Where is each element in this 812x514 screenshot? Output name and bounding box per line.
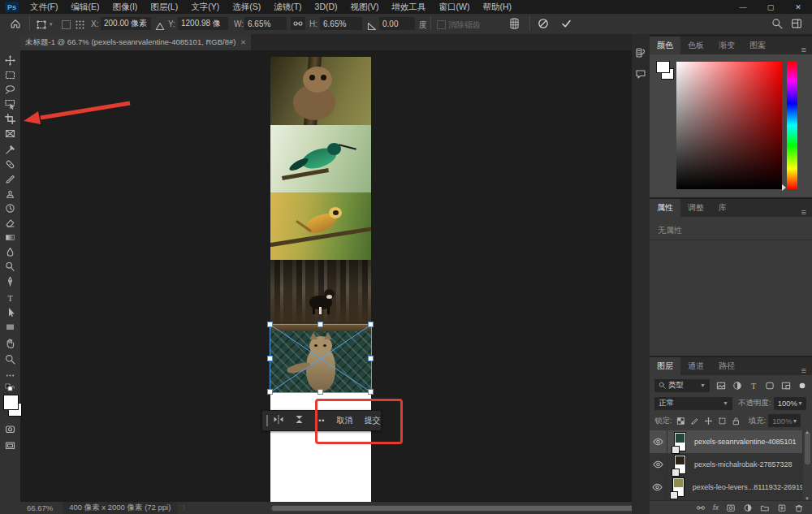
y-value-field[interactable]: 1200.98 像 bbox=[178, 17, 228, 30]
edit-toolbar-ellipsis-icon[interactable] bbox=[2, 369, 18, 382]
tab-swatches[interactable]: 色板 bbox=[680, 37, 711, 54]
document-tab[interactable]: 未标题-1 @ 66.7% (pexels-seanrvalentine-408… bbox=[20, 34, 251, 50]
filter-toggle-icon[interactable] bbox=[797, 381, 807, 391]
hue-slider-bar[interactable] bbox=[787, 62, 797, 189]
blur-tool-icon[interactable] bbox=[2, 245, 18, 259]
link-layers-icon[interactable] bbox=[696, 503, 706, 512]
commit-transform-icon[interactable] bbox=[560, 18, 572, 32]
horizontal-scrollbar-track[interactable] bbox=[270, 505, 686, 512]
move-tool-icon[interactable] bbox=[2, 54, 18, 67]
workspace-switcher-icon[interactable] bbox=[791, 18, 802, 32]
eraser-tool-icon[interactable] bbox=[2, 216, 18, 230]
transform-handle-top-right[interactable] bbox=[368, 322, 374, 327]
frame-tool-icon[interactable] bbox=[2, 127, 18, 140]
lock-position-icon[interactable] bbox=[704, 417, 713, 425]
lock-transparent-pixels-icon[interactable] bbox=[676, 417, 685, 425]
menu-view[interactable]: 视图(V) bbox=[344, 0, 386, 14]
menu-help[interactable]: 帮助(H) bbox=[477, 0, 519, 14]
lasso-tool-icon[interactable] bbox=[2, 83, 18, 97]
history-panel-icon[interactable] bbox=[633, 45, 648, 60]
zoom-tool-icon[interactable] bbox=[2, 352, 18, 366]
reference-point-grid-icon[interactable] bbox=[75, 19, 85, 33]
zoom-level[interactable]: 66.67% bbox=[27, 503, 53, 512]
layer-thumbnail[interactable] bbox=[674, 455, 686, 474]
new-group-icon[interactable] bbox=[760, 503, 770, 512]
status-expand-icon[interactable]: 〉 bbox=[182, 503, 188, 512]
dodge-tool-icon[interactable] bbox=[2, 260, 18, 274]
maintain-aspect-link-icon[interactable] bbox=[291, 17, 305, 30]
lock-artboard-icon[interactable] bbox=[718, 417, 727, 425]
brush-tool-icon[interactable] bbox=[2, 172, 18, 186]
gradient-tool-icon[interactable] bbox=[2, 231, 18, 244]
filter-shape-layers-icon[interactable] bbox=[765, 381, 775, 391]
canvas-document[interactable] bbox=[270, 57, 371, 502]
layer-visibility-toggle[interactable] bbox=[650, 476, 666, 499]
commit-transform-button[interactable]: 提交 bbox=[358, 415, 386, 426]
horizontal-scrollbar-thumb[interactable] bbox=[272, 506, 683, 511]
transform-handle-bottom-center[interactable] bbox=[317, 389, 323, 395]
cancel-transform-button[interactable]: 取消 bbox=[330, 415, 358, 426]
default-colors-icon[interactable] bbox=[2, 382, 18, 395]
tab-paths[interactable]: 路径 bbox=[711, 357, 742, 375]
lock-all-icon[interactable] bbox=[732, 417, 741, 425]
menu-image[interactable]: 图像(I) bbox=[106, 0, 144, 14]
tab-gradients[interactable]: 渐变 bbox=[711, 37, 742, 54]
w-value-field[interactable]: 6.65% bbox=[244, 17, 287, 30]
filter-smart-objects-icon[interactable] bbox=[781, 381, 791, 391]
layer-row-1[interactable]: pexels-seanrvalentine-4085101 bbox=[650, 430, 802, 453]
history-brush-tool-icon[interactable] bbox=[2, 201, 18, 215]
hand-tool-icon[interactable] bbox=[2, 336, 18, 350]
tab-patterns[interactable]: 图案 bbox=[742, 37, 773, 54]
filter-type-layers-icon[interactable]: T bbox=[749, 381, 758, 391]
tab-properties[interactable]: 属性 bbox=[650, 199, 680, 217]
menu-filter[interactable]: 滤镜(T) bbox=[267, 0, 308, 14]
minimize-button[interactable]: — bbox=[729, 0, 757, 14]
panel-menu-icon[interactable]: ≡ bbox=[796, 45, 812, 54]
layer-visibility-toggle[interactable] bbox=[650, 430, 667, 453]
panel-menu-icon[interactable]: ≡ bbox=[796, 207, 812, 217]
panel-foreground-swatch[interactable] bbox=[656, 61, 670, 73]
filter-adjustment-layers-icon[interactable] bbox=[732, 381, 742, 391]
pen-tool-icon[interactable] bbox=[2, 274, 18, 288]
layers-scrollbar-thumb[interactable] bbox=[805, 432, 810, 464]
relative-position-checkbox[interactable] bbox=[62, 20, 71, 29]
menu-3d[interactable]: 3D(D) bbox=[309, 0, 344, 14]
transform-handle-bottom-right[interactable] bbox=[368, 389, 374, 395]
comments-panel-icon[interactable] bbox=[633, 67, 648, 81]
angle-value-field[interactable]: 0.00 bbox=[379, 17, 415, 30]
path-selection-tool-icon[interactable] bbox=[2, 305, 18, 319]
layer-thumbnail[interactable] bbox=[674, 432, 686, 451]
transform-handle-top-center[interactable] bbox=[317, 322, 323, 327]
blend-mode-dropdown[interactable]: 正常 ▼ bbox=[654, 397, 732, 410]
hue-slider-arrow[interactable] bbox=[782, 184, 786, 191]
delta-icon[interactable] bbox=[155, 19, 165, 34]
color-saturation-brightness-box[interactable] bbox=[676, 62, 782, 189]
maximize-button[interactable]: ▢ bbox=[757, 0, 784, 14]
menu-plugins[interactable]: 增效工具 bbox=[386, 0, 433, 14]
object-selection-tool-icon[interactable] bbox=[2, 97, 18, 111]
lock-image-pixels-icon[interactable] bbox=[690, 417, 699, 425]
scroll-up-icon[interactable]: ▲ bbox=[805, 430, 810, 434]
transform-handle-top-left[interactable] bbox=[267, 322, 273, 327]
delete-layer-icon[interactable] bbox=[794, 503, 804, 512]
add-layer-mask-icon[interactable] bbox=[726, 503, 736, 512]
layer-row-2[interactable]: pexels-michalrobak-27857328 bbox=[650, 453, 802, 476]
document-tab-close-icon[interactable]: ✕ bbox=[240, 38, 246, 46]
shape-tool-icon[interactable] bbox=[2, 320, 18, 334]
opacity-dropdown[interactable]: 100% ▼ bbox=[774, 397, 806, 410]
antialias-checkbox[interactable] bbox=[437, 20, 446, 29]
tab-layers[interactable]: 图层 bbox=[650, 357, 680, 375]
tab-libraries[interactable]: 库 bbox=[711, 199, 734, 217]
cancel-transform-icon[interactable] bbox=[538, 18, 549, 32]
menu-type[interactable]: 文字(Y) bbox=[184, 0, 226, 14]
search-icon[interactable] bbox=[771, 18, 783, 32]
home-icon[interactable] bbox=[10, 18, 21, 32]
foreground-color-swatch[interactable] bbox=[3, 395, 19, 410]
menu-layer[interactable]: 图层(L) bbox=[144, 0, 184, 14]
layers-scrollbar-track[interactable]: ▲ ▼ bbox=[803, 430, 812, 500]
warp-mode-icon[interactable] bbox=[508, 18, 520, 32]
menu-select[interactable]: 选择(S) bbox=[226, 0, 267, 14]
layer-thumbnail[interactable] bbox=[672, 477, 685, 497]
panel-menu-icon[interactable]: ≡ bbox=[796, 365, 812, 375]
crop-tool-icon[interactable] bbox=[2, 112, 18, 126]
